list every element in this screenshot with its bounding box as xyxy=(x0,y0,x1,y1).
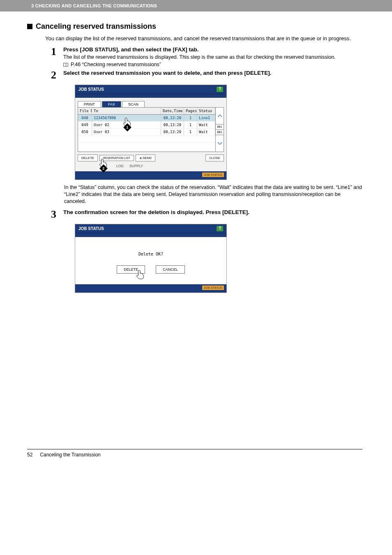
scroll-down-icon[interactable] xyxy=(216,135,224,152)
help-icon[interactable]: ? xyxy=(217,87,223,92)
table-row-empty xyxy=(78,136,215,143)
confirm-message: Delete OK? xyxy=(75,252,226,256)
xref-text: P.46 “Checking reserved transmissions” xyxy=(71,62,161,67)
table-row[interactable]: 049 User 02 08,13:20 1 Wait xyxy=(78,122,215,129)
cell-status: Wait xyxy=(197,129,215,135)
book-icon xyxy=(63,63,68,67)
col-pages-header: Pages xyxy=(184,108,197,114)
scroll-page-current: 001 xyxy=(216,124,224,130)
cell-file: 049 xyxy=(78,122,92,128)
panel-button-row: DELETE RESERVATION LIST SEND CLOSE xyxy=(75,152,226,164)
page-header: 3 CHECKING AND CANCELING THE COMMUNICATI… xyxy=(0,0,392,12)
job-status-badge[interactable]: JOB STATUS xyxy=(202,173,224,177)
delete-confirm-panel-screenshot: JOB STATUS ? Delete OK? DELETE CANCEL JO… xyxy=(75,224,362,293)
panel-titlebar: JOB STATUS ? xyxy=(75,224,226,233)
bullet-square-icon xyxy=(27,24,32,29)
panel-footer: JOB STATUS xyxy=(75,171,226,180)
panel-title: JOB STATUS xyxy=(78,226,104,231)
cell-status: Wait xyxy=(197,122,215,128)
cell-pages: 1 xyxy=(184,129,197,135)
cell-to: User 03 xyxy=(92,129,161,135)
tab-scan[interactable]: SCAN xyxy=(122,101,145,107)
panel-tabs: PRINT FAX SCAN xyxy=(75,98,226,107)
page-content: Canceling reserved transmissions You can… xyxy=(0,12,392,293)
cell-status: Line1 xyxy=(197,115,215,121)
step-number: 2 xyxy=(51,70,63,81)
step-title: Press [JOB STATUS], and then select the … xyxy=(63,46,362,53)
step-title: The confirmation screen for the deletion… xyxy=(63,209,362,215)
section-intro: You can display the list of the reserved… xyxy=(45,35,362,42)
table-row-empty xyxy=(78,143,215,152)
sub-tab-log[interactable]: LOG xyxy=(116,164,124,168)
cross-reference: P.46 “Checking reserved transmissions” xyxy=(63,62,362,67)
scroll-up-icon[interactable] xyxy=(216,108,224,124)
step-title: Select the reserved transmission you wan… xyxy=(63,70,362,76)
panel-sub-tabs: LOG SUPPLY xyxy=(75,164,226,171)
cell-to: 1234567890 xyxy=(92,115,161,121)
table-row[interactable]: 050 User 03 08,13:20 1 Wait xyxy=(78,129,215,136)
step-number: 1 xyxy=(51,46,63,57)
cell-pages: 1 xyxy=(184,115,197,121)
cell-date: 08,13:20 xyxy=(161,129,184,135)
tab-fax[interactable]: FAX xyxy=(102,101,121,107)
panel-sub-bar xyxy=(75,94,226,98)
step-number: 3 xyxy=(51,209,63,220)
page-footer: 52 Canceling the Transmission xyxy=(27,449,362,458)
step-1: 1 Press [JOB STATUS], and then select th… xyxy=(51,46,362,68)
confirm-cancel-button[interactable]: CANCEL xyxy=(156,265,185,274)
col-date-header: Date,Time xyxy=(161,108,184,114)
cell-date: 08,13:20 xyxy=(161,115,184,121)
step-2: 2 Select the reserved transmission you w… xyxy=(51,70,362,81)
confirm-delete-button[interactable]: DELETE xyxy=(117,265,145,274)
col-status-header: Status xyxy=(197,108,215,114)
job-status-panel-screenshot: JOB STATUS ? PRINT FAX SCAN File No. To … xyxy=(75,85,362,180)
step-text: The list of the reserved transmissions i… xyxy=(63,54,362,61)
section-heading: Canceling reserved transmissions xyxy=(27,22,362,31)
delete-button[interactable]: DELETE xyxy=(78,154,98,161)
sub-tab-supply[interactable]: SUPPLY xyxy=(129,164,143,168)
step-2-after-text: In the “Status” column, you can check th… xyxy=(64,184,362,205)
cell-to: User 02 xyxy=(92,122,161,128)
help-icon[interactable]: ? xyxy=(217,226,223,231)
panel-sub-bar xyxy=(75,233,226,237)
col-to-header: To xyxy=(92,108,161,114)
panel-titlebar: JOB STATUS ? xyxy=(75,85,226,94)
reservation-list-button[interactable]: RESERVATION LIST xyxy=(99,155,134,161)
job-status-badge[interactable]: JOB STATUS xyxy=(202,286,224,290)
step-3: 3 The confirmation screen for the deleti… xyxy=(51,209,362,220)
section-title: Canceling reserved transmissions xyxy=(36,22,156,31)
panel-footer: JOB STATUS xyxy=(75,284,226,292)
col-file-header: File No. xyxy=(78,108,92,114)
job-status-panel: JOB STATUS ? PRINT FAX SCAN File No. To … xyxy=(75,85,227,180)
tab-print[interactable]: PRINT xyxy=(78,101,101,107)
scroll-column: 001 001 xyxy=(215,108,224,152)
cell-pages: 1 xyxy=(184,122,197,128)
table-row[interactable]: 048 1234567890 08,13:20 1 Line1 xyxy=(78,115,215,122)
panel-title: JOB STATUS xyxy=(78,87,104,92)
cell-date: 08,13:20 xyxy=(161,122,184,128)
close-button[interactable]: CLOSE xyxy=(205,154,224,161)
cell-file: 048 xyxy=(78,115,92,121)
scroll-page-total: 001 xyxy=(216,130,224,135)
cell-file: 050 xyxy=(78,129,92,135)
footer-title: Canceling the Transmission xyxy=(40,452,100,458)
send-button[interactable]: SEND xyxy=(136,154,155,161)
delete-confirm-panel: JOB STATUS ? Delete OK? DELETE CANCEL JO… xyxy=(75,224,227,293)
table-header-row: File No. To Date,Time Pages Status xyxy=(78,108,215,115)
page-number: 52 xyxy=(27,452,32,458)
breadcrumb: 3 CHECKING AND CANCELING THE COMMUNICATI… xyxy=(31,3,157,8)
confirm-body: Delete OK? DELETE CANCEL xyxy=(75,237,226,284)
reservation-table: File No. To Date,Time Pages Status 048 1… xyxy=(78,107,224,152)
